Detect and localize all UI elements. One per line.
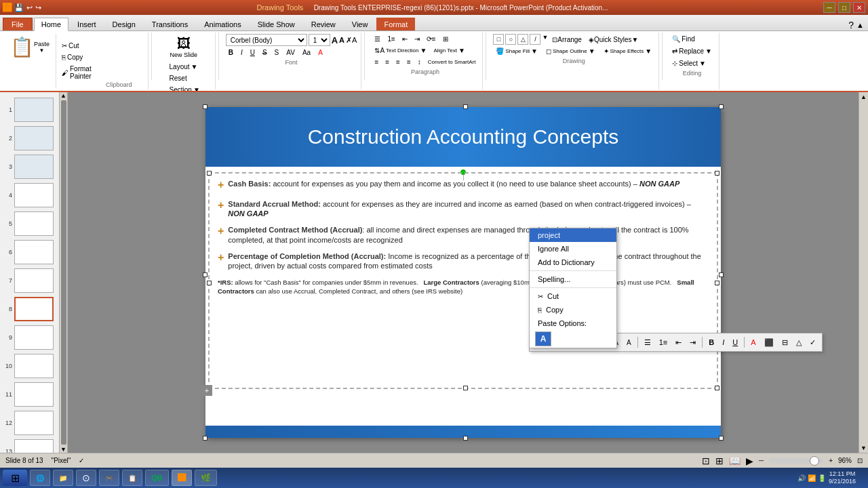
selection-handle-bm[interactable] bbox=[463, 436, 468, 441]
slide-thumb-3[interactable]: 3 bbox=[3, 155, 56, 179]
shape-icon-3[interactable]: △ bbox=[517, 34, 528, 45]
quick-access-save[interactable]: 💾 bbox=[14, 3, 24, 12]
quick-styles-button[interactable]: ◈Quick Styles▼ bbox=[586, 34, 641, 45]
quick-access-undo[interactable]: ↩ bbox=[26, 3, 33, 12]
vertical-scrollbar[interactable]: ▲ ▼ bbox=[859, 92, 868, 453]
slide-thumb-8[interactable]: 8 bbox=[3, 297, 56, 321]
slide-thumb-9[interactable]: 9 bbox=[3, 325, 56, 350]
mini-bullet-button[interactable]: ☰ bbox=[641, 336, 654, 349]
slide[interactable]: Construction Accounting Concepts + +Ca bbox=[205, 107, 721, 438]
font-name-select[interactable]: Corbel (Body) bbox=[226, 34, 307, 46]
ctx-cut[interactable]: ✂ Cut bbox=[530, 289, 616, 303]
numbering-button[interactable]: 1≡ bbox=[384, 34, 397, 44]
slide-panel-scrollbar[interactable]: ▲ ▼ bbox=[60, 92, 68, 453]
slide-thumb-12[interactable]: 12 bbox=[3, 411, 56, 435]
mini-increase-indent[interactable]: ⇥ bbox=[686, 336, 699, 349]
find-button[interactable]: 🔍 Find bbox=[669, 34, 715, 44]
mini-bold[interactable]: B bbox=[705, 336, 717, 348]
spell-check-icon[interactable]: ✓ bbox=[79, 457, 84, 464]
section-button[interactable]: Section ▼ bbox=[167, 85, 203, 92]
mini-decrease-indent[interactable]: ⇤ bbox=[672, 336, 685, 349]
fit-to-window-button[interactable]: ⊡ bbox=[857, 457, 863, 464]
mini-highlight[interactable]: ⬛ bbox=[761, 336, 777, 349]
shape-fill-button[interactable]: 🪣 Shape Fill▼ bbox=[493, 46, 540, 56]
body-handle-ml[interactable] bbox=[207, 281, 212, 285]
taskbar-ie[interactable]: 🌐 bbox=[30, 470, 50, 486]
zoom-level[interactable]: 96% bbox=[838, 457, 852, 464]
arrange-button[interactable]: ⊡Arrange bbox=[549, 34, 585, 45]
convert-smartart-button[interactable]: Convert to SmartArt bbox=[425, 57, 479, 67]
align-center-button[interactable]: ≡ bbox=[382, 57, 392, 67]
shape-icon-2[interactable]: ○ bbox=[505, 34, 516, 45]
zoom-slider[interactable] bbox=[769, 458, 823, 464]
collapse-ribbon-icon[interactable]: ▲ bbox=[856, 21, 864, 29]
shape-outline-button[interactable]: ◻ Shape Outline▼ bbox=[543, 46, 598, 56]
selection-handle-ml[interactable] bbox=[203, 272, 208, 277]
new-slide-button[interactable]: 🖼 New Slide bbox=[167, 34, 201, 60]
italic-button[interactable]: I bbox=[238, 47, 245, 58]
selection-handle-bl[interactable] bbox=[203, 436, 208, 441]
view-normal[interactable]: ⊡ bbox=[702, 455, 710, 466]
help-icon[interactable]: ? bbox=[848, 20, 854, 30]
tab-slideshow[interactable]: Slide Show bbox=[250, 18, 302, 30]
slide-thumb-6[interactable]: 6 bbox=[3, 240, 56, 264]
scroll-up-button[interactable]: ▲ bbox=[859, 92, 868, 102]
taskbar-powerpoint[interactable]: 🅿 bbox=[172, 470, 192, 486]
slide-thumb-10[interactable]: 10 bbox=[3, 354, 56, 378]
body-handle-tl[interactable] bbox=[207, 171, 212, 176]
more-shapes-button[interactable]: ▼ bbox=[542, 34, 548, 45]
zoom-in-button[interactable]: + bbox=[829, 457, 833, 464]
quick-access-redo[interactable]: ↪ bbox=[35, 3, 41, 12]
copy-button[interactable]: ⎘ Copy bbox=[59, 52, 94, 62]
taskbar-chrome[interactable]: ⊙ bbox=[76, 470, 96, 486]
slide-thumb-11[interactable]: 11 bbox=[3, 382, 56, 407]
increase-indent-button[interactable]: ⇥ bbox=[412, 34, 422, 44]
selection-handle-tm[interactable] bbox=[463, 104, 468, 109]
font-size-select[interactable]: 17 bbox=[309, 34, 330, 46]
taskbar-outlook[interactable]: 📋 bbox=[122, 470, 142, 486]
body-handle-br[interactable] bbox=[715, 386, 719, 390]
slide-thumb-5[interactable]: 5 bbox=[3, 211, 56, 236]
columns-button[interactable]: ⊞ bbox=[440, 34, 451, 44]
shape-icon-4[interactable]: / bbox=[530, 34, 540, 45]
clear-formatting-button[interactable]: ✗A bbox=[346, 36, 357, 45]
mini-numbering-button[interactable]: 1≡ bbox=[656, 336, 671, 348]
slide-thumb-7[interactable]: 7 bbox=[3, 268, 56, 293]
text-direction-button[interactable]: ⇅A Text Direction▼ bbox=[372, 45, 429, 56]
smartart-button[interactable]: ⟳≡ bbox=[424, 34, 439, 44]
shape-icon-1[interactable]: □ bbox=[493, 34, 504, 45]
shadow-button[interactable]: S bbox=[272, 47, 282, 58]
reset-button[interactable]: Reset bbox=[167, 73, 190, 83]
slide-thumb-1[interactable]: 1 bbox=[3, 98, 56, 122]
tab-animations[interactable]: Animations bbox=[197, 18, 248, 30]
body-handle-bm[interactable] bbox=[463, 386, 468, 390]
view-slideshow[interactable]: ▶ bbox=[746, 455, 753, 466]
tab-view[interactable]: View bbox=[344, 18, 376, 30]
ctx-add-dictionary[interactable]: Add to Dictionary bbox=[530, 256, 616, 269]
font-color-button[interactable]: A bbox=[315, 47, 326, 58]
paste-as-text-button[interactable]: A bbox=[535, 331, 551, 346]
case-button[interactable]: Aa bbox=[300, 47, 313, 58]
justify-button[interactable]: ≡ bbox=[404, 57, 414, 67]
selection-handle-tr[interactable] bbox=[719, 104, 724, 109]
slide-thumb-4[interactable]: 4 bbox=[3, 183, 56, 207]
tab-design[interactable]: Design bbox=[105, 18, 143, 30]
start-button[interactable]: ⊞ bbox=[3, 470, 27, 486]
shape-effects-button[interactable]: ✦ Shape Effects▼ bbox=[601, 46, 655, 56]
mini-italic[interactable]: I bbox=[719, 336, 728, 348]
paste-button[interactable]: 📋 Paste ▼ bbox=[7, 34, 53, 60]
close-button[interactable]: ✕ bbox=[853, 2, 865, 13]
add-content-button[interactable]: + bbox=[201, 385, 212, 396]
minimize-button[interactable]: ─ bbox=[823, 2, 835, 13]
selection-handle-tl[interactable] bbox=[203, 104, 208, 109]
replace-button[interactable]: ⇄ Replace▼ bbox=[669, 46, 715, 56]
slide-thumb-13[interactable]: 13 bbox=[3, 439, 56, 453]
select-button[interactable]: ⊹ Select▼ bbox=[669, 58, 715, 68]
layout-button[interactable]: Layout ▼ bbox=[167, 62, 201, 72]
zoom-out-button[interactable]: ─ bbox=[759, 457, 764, 464]
mini-more[interactable]: ⊟ bbox=[778, 336, 791, 349]
maximize-button[interactable]: □ bbox=[838, 2, 850, 13]
mini-underline[interactable]: U bbox=[729, 336, 741, 348]
bold-button[interactable]: B bbox=[226, 47, 236, 58]
taskbar-qb[interactable]: QB bbox=[145, 470, 169, 486]
